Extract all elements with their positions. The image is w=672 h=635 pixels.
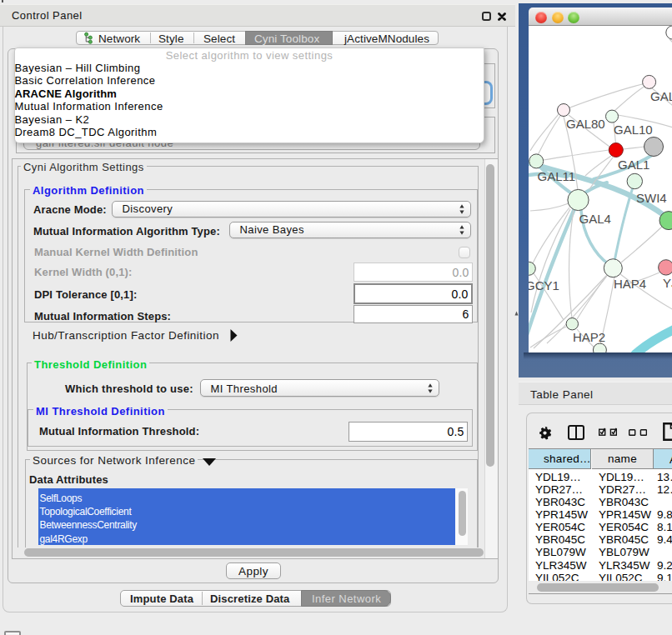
- svg-text:YJ: YJ: [663, 276, 672, 290]
- svg-text:HAP2: HAP2: [573, 330, 605, 344]
- svg-text:GAL2: GAL2: [650, 89, 672, 103]
- svg-text:SWI4: SWI4: [636, 191, 667, 205]
- svg-text:GAL11: GAL11: [538, 169, 576, 183]
- svg-text:GAL4: GAL4: [579, 212, 611, 226]
- svg-text:GAL10: GAL10: [614, 122, 653, 137]
- svg-text:HAP4: HAP4: [614, 277, 646, 291]
- svg-text:GAL1: GAL1: [618, 158, 649, 172]
- svg-text:GCY1: GCY1: [529, 278, 559, 292]
- svg-text:GAL80: GAL80: [566, 117, 605, 131]
